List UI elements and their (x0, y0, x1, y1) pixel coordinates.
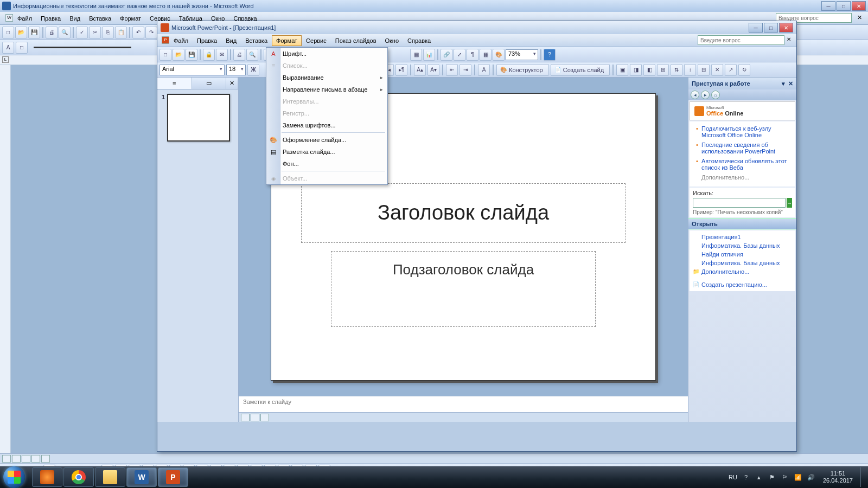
redo-button[interactable]: ↷ (145, 27, 157, 38)
word-view-reading[interactable] (41, 455, 50, 463)
pp-table-button[interactable]: ▦ (410, 49, 422, 61)
taskpane-back[interactable]: ◂ (691, 91, 699, 99)
pp-doc-close-button[interactable]: ✕ (787, 36, 794, 44)
menu-replace-fonts[interactable]: Замена шрифтов... (266, 119, 387, 131)
menu-alignment[interactable]: Выравнивание▸ (266, 72, 387, 84)
pp-tool-x8[interactable]: ✕ (711, 64, 723, 76)
recent-file-1[interactable]: Презентация1 (693, 233, 792, 241)
tray-action-icon[interactable]: ⚑ (768, 473, 776, 481)
pp-menu-help[interactable]: Справка (403, 35, 435, 46)
slide-subtitle-placeholder[interactable]: Подзаголовок слайда (331, 251, 596, 327)
pp-maximize-button[interactable]: □ (764, 23, 778, 33)
pp-design-button[interactable]: 🎨Конструктор (496, 64, 549, 76)
pp-tab-outline[interactable]: ≡ (157, 78, 192, 89)
link-more[interactable]: Дополнительно... (696, 172, 792, 182)
word-view-print[interactable] (22, 455, 30, 463)
taskbar-word[interactable]: W (126, 467, 157, 487)
pp-tool-x3[interactable]: ◧ (643, 64, 655, 76)
taskbar-mediaplayer[interactable] (32, 467, 62, 487)
pp-close-button[interactable]: ✕ (779, 23, 793, 33)
slide-title-placeholder[interactable]: Заголовок слайда (301, 183, 626, 243)
pp-expand-button[interactable]: ⤢ (454, 49, 465, 61)
pp-sys-icon[interactable]: P (162, 36, 169, 44)
save-button[interactable]: 💾 (28, 27, 40, 38)
pp-minimize-button[interactable]: ─ (749, 23, 763, 33)
pp-new-button[interactable]: □ (159, 49, 171, 61)
tool-a[interactable]: A (2, 42, 14, 54)
taskpane-home[interactable]: ⌂ (711, 91, 720, 99)
recent-file-2[interactable]: Информатика. Базы данных (693, 241, 792, 250)
pp-chart-button[interactable]: 📊 (423, 49, 435, 61)
taskpane-dropdown[interactable]: ▾ (782, 80, 785, 87)
pp-tool-x5[interactable]: ⇅ (671, 64, 682, 76)
spell-button[interactable]: ✓ (76, 27, 88, 38)
pp-save-button[interactable]: 💾 (186, 49, 197, 61)
pp-hyperlink-button[interactable]: 🔗 (441, 49, 452, 61)
pp-color-button[interactable]: 🎨 (493, 49, 505, 61)
taskbar-powerpoint[interactable]: P (158, 467, 188, 487)
cut-button[interactable]: ✂ (89, 27, 101, 38)
pp-font-combo[interactable]: Arial (159, 65, 225, 75)
pp-email-button[interactable]: ✉ (216, 49, 228, 61)
word-menu-format[interactable]: Формат (116, 13, 145, 24)
tray-network-icon[interactable]: 📶 (794, 473, 802, 481)
recent-file-4[interactable]: Информатика. Базы данных (693, 259, 792, 267)
word-menu-view[interactable]: Вид (65, 13, 85, 24)
pp-tool-x4[interactable]: ⊞ (657, 64, 669, 76)
pp-menu-format[interactable]: Формат (272, 35, 302, 46)
open-button[interactable]: 📂 (15, 27, 27, 38)
word-sys-icon[interactable]: W (5, 14, 13, 22)
pp-preview-button[interactable]: 🔍 (246, 49, 258, 61)
search-go-button[interactable]: → (787, 198, 792, 208)
pp-view-slideshow[interactable] (260, 414, 269, 421)
pp-menu-edit[interactable]: Правка (193, 35, 221, 46)
word-menu-file[interactable]: Файл (13, 13, 36, 24)
tray-flag-icon[interactable]: 🏳 (781, 473, 789, 481)
word-view-web[interactable] (12, 455, 21, 463)
pp-size-combo[interactable]: 18 (226, 65, 246, 75)
print-button[interactable]: 🖨 (46, 27, 58, 38)
word-maximize-button[interactable]: □ (837, 1, 851, 11)
pp-tool-x9[interactable]: ↗ (725, 64, 737, 76)
pp-decrease-font-button[interactable]: A▾ (427, 64, 439, 76)
word-vruler[interactable] (0, 65, 11, 463)
pp-print-button[interactable]: 🖨 (233, 49, 245, 61)
pp-zoom-combo[interactable]: 73% (506, 49, 538, 60)
pp-open-button[interactable]: 📂 (173, 49, 184, 61)
pp-show-formatting-button[interactable]: ¶ (467, 49, 478, 61)
pp-promote-button[interactable]: ⇤ (446, 64, 458, 76)
pp-bold-button[interactable]: Ж (247, 64, 259, 76)
pp-tool-x7[interactable]: ⊟ (698, 64, 710, 76)
link-connect-online[interactable]: Подключиться к веб-узлу Microsoft Office… (696, 124, 792, 140)
word-close-button[interactable]: ✕ (852, 1, 866, 11)
link-auto-update[interactable]: Автоматически обновлять этот список из В… (696, 156, 792, 172)
menu-slide-layout[interactable]: ▤Разметка слайда... (266, 146, 387, 158)
notes-pane[interactable]: Заметки к слайду (239, 396, 688, 412)
pp-rtl-button[interactable]: ▸¶ (395, 64, 407, 76)
word-menu-edit[interactable]: Правка (36, 13, 65, 24)
pp-new-slide-button[interactable]: 📄Создать слайд (551, 64, 610, 76)
word-menu-insert[interactable]: Вставка (85, 13, 116, 24)
pp-menu-file[interactable]: Файл (169, 35, 193, 46)
pp-permission-button[interactable]: 🔒 (203, 49, 215, 61)
pp-menu-window[interactable]: Окно (381, 35, 404, 46)
pp-tool-x6[interactable]: ↕ (684, 64, 696, 76)
pp-help-button[interactable]: ? (544, 49, 556, 61)
link-latest-news[interactable]: Последние сведения об использовании Powe… (696, 140, 792, 156)
tray-help-icon[interactable]: ? (742, 473, 750, 481)
menu-font[interactable]: AШрифт... (266, 48, 387, 60)
tray-up-icon[interactable]: ▴ (755, 473, 763, 481)
tray-lang[interactable]: RU (729, 474, 737, 480)
taskbar-explorer[interactable] (95, 467, 125, 487)
create-presentation[interactable]: Создать презентацию... (693, 280, 792, 289)
preview-button[interactable]: 🔍 (59, 27, 71, 38)
slide-thumbnail-1[interactable]: 1 (162, 94, 234, 142)
pp-menu-tools[interactable]: Сервис (302, 35, 331, 46)
recent-file-3[interactable]: Найди отличия (693, 250, 792, 259)
menu-text-direction[interactable]: Направление письма в абзаце▸ (266, 84, 387, 95)
word-view-normal[interactable] (2, 455, 11, 463)
pp-tool-x10[interactable]: ↻ (738, 64, 750, 76)
taskpane-close[interactable]: ✕ (788, 80, 793, 87)
pp-menu-insert[interactable]: Вставка (241, 35, 272, 46)
pp-pane-close[interactable]: ✕ (226, 78, 238, 89)
